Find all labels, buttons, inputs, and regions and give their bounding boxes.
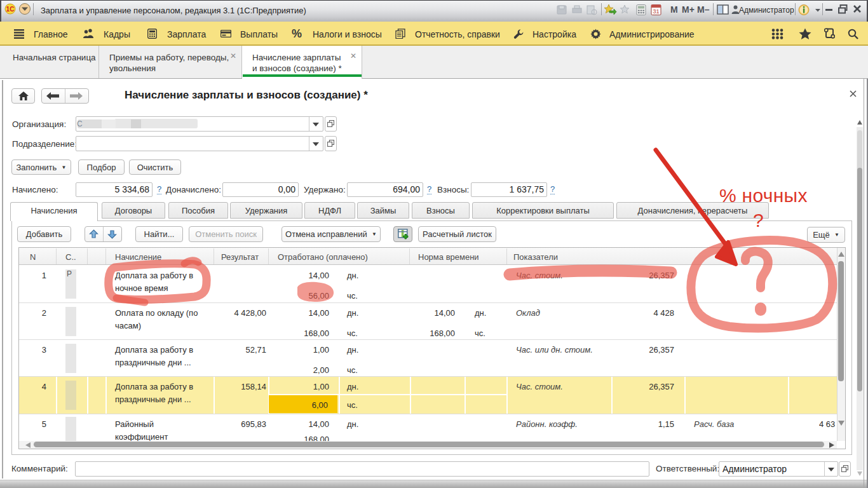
svg-text:% ночных: % ночных [719,185,808,206]
svg-text:?: ? [753,210,764,231]
